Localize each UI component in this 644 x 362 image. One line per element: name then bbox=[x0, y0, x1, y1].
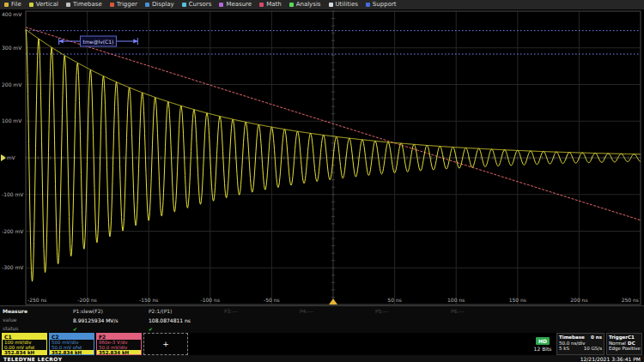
param-status-empty bbox=[300, 325, 313, 333]
waveform-grid: tme@lv(C1)400 mV300 mV200 mV100 mV0 mV-1… bbox=[0, 9, 644, 305]
acquisition-cluster: HD 12 Bits Timebase 0 ns 50.0 ns/div 5 k… bbox=[531, 333, 642, 355]
math-menu-icon bbox=[259, 3, 264, 7]
menu-item-math[interactable]: Math bbox=[259, 0, 282, 9]
menu-item-label: Support bbox=[373, 0, 397, 9]
y-axis-label: -200 mV bbox=[2, 228, 24, 234]
menu-item-measure[interactable]: Measure bbox=[219, 0, 252, 9]
y-axis-label: 0 mV bbox=[2, 154, 16, 160]
x-axis-label: -50 ns bbox=[264, 297, 280, 303]
plus-icon: + bbox=[162, 340, 169, 348]
cursors-menu-icon bbox=[182, 3, 186, 7]
menu-item-timebase[interactable]: Timebase bbox=[66, 0, 102, 9]
measure-row-labels: Measure value status bbox=[3, 307, 27, 333]
vertical-menu-icon bbox=[29, 3, 33, 7]
clock: 12/21/2021 3:36:41 PM bbox=[580, 356, 641, 362]
trigger-title: Trigger bbox=[609, 335, 628, 341]
analysis-menu-icon bbox=[289, 3, 294, 7]
param-p3-header[interactable]: P3:--- bbox=[224, 307, 238, 316]
measure-column-p6: P6:--- bbox=[451, 307, 465, 333]
param-p4-header[interactable]: P4:--- bbox=[300, 307, 313, 316]
trigger-type: Edge Positive bbox=[609, 346, 640, 351]
menu-item-label: Measure bbox=[226, 0, 252, 9]
param-status-empty bbox=[451, 325, 465, 333]
add-trace-box[interactable]: + bbox=[143, 333, 188, 355]
measure-column-p3: P3:--- bbox=[224, 307, 238, 333]
measure-column-p4: P4:--- bbox=[300, 307, 313, 333]
measure-value-row-label: value bbox=[3, 316, 27, 324]
trigger-box[interactable]: Trigger C1 DC Normal Edge Positive bbox=[606, 333, 642, 355]
param-p3-value bbox=[224, 316, 238, 325]
measure-column-p2: P2:1/(P1)108.0874811 ns✔ bbox=[149, 307, 191, 333]
menu-item-label: File bbox=[11, 0, 21, 9]
display-menu-icon bbox=[145, 3, 149, 7]
timebase-title: Timebase bbox=[559, 335, 585, 341]
param-p2-header[interactable]: P2:1/(P1) bbox=[149, 307, 191, 316]
menu-item-support[interactable]: Support bbox=[366, 0, 397, 9]
param-p6-header[interactable]: P6:--- bbox=[451, 307, 465, 316]
menu-item-display[interactable]: Display bbox=[145, 0, 174, 9]
menu-item-vertical[interactable]: Vertical bbox=[29, 0, 58, 9]
timebase-samples: 5 kS bbox=[559, 346, 569, 351]
trigger-source: C1 DC bbox=[628, 335, 640, 341]
y-axis-label: -300 mV bbox=[2, 264, 24, 270]
x-axis-label: 200 ns bbox=[570, 297, 587, 303]
menu-item-trigger[interactable]: Trigger bbox=[110, 0, 137, 9]
descriptor-c2-title: C2 bbox=[50, 334, 94, 340]
hd-bits-label: 12 Bits bbox=[534, 346, 552, 352]
support-menu-icon bbox=[366, 3, 370, 7]
timebase-rate: 10 GS/s bbox=[584, 346, 602, 351]
arrow-left-icon bbox=[59, 39, 64, 44]
param-p5-header[interactable]: P5:--- bbox=[375, 307, 389, 316]
y-axis-label: 400 mV bbox=[2, 11, 22, 17]
timebase-box[interactable]: Timebase 0 ns 50.0 ns/div 5 kS 10 GS/s bbox=[556, 333, 605, 355]
status-bar: TELEDYNE LECROY 12/21/2021 3:36:41 PM bbox=[0, 355, 644, 362]
y-axis-label: 200 mV bbox=[2, 81, 22, 87]
param-status-empty bbox=[375, 325, 389, 333]
trigger-menu-icon bbox=[110, 3, 114, 7]
measure-menu-icon bbox=[219, 3, 223, 7]
param-p1-value: 8.99125934 MV/s bbox=[73, 316, 118, 325]
oscilloscope-app: FileVerticalTimebaseTriggerDisplayCursor… bbox=[0, 0, 644, 362]
x-axis-label: -100 ns bbox=[201, 297, 220, 303]
y-axis-label: -100 mV bbox=[2, 191, 24, 197]
utilities-menu-icon bbox=[329, 3, 333, 7]
file-menu-icon bbox=[4, 3, 9, 7]
menu-item-analysis[interactable]: Analysis bbox=[289, 0, 321, 9]
menu-item-label: Math bbox=[266, 0, 282, 9]
x-axis-label: -200 ns bbox=[77, 297, 96, 303]
menu-item-utilities[interactable]: Utilities bbox=[329, 0, 358, 9]
menu-item-label: Display bbox=[152, 0, 174, 9]
menu-item-file[interactable]: File bbox=[4, 0, 21, 9]
menu-item-label: Cursors bbox=[189, 0, 212, 9]
trigger-position-marker[interactable] bbox=[329, 299, 337, 305]
x-axis-label: -250 ns bbox=[27, 297, 46, 303]
param-status-ok-icon: ✔ bbox=[149, 325, 191, 333]
x-axis-label: -150 ns bbox=[139, 297, 158, 303]
menu-bar: FileVerticalTimebaseTriggerDisplayCursor… bbox=[0, 0, 644, 9]
menu-item-cursors[interactable]: Cursors bbox=[182, 0, 212, 9]
measure-panel: Measure value status P1:slew(F2)8.991259… bbox=[0, 305, 644, 333]
param-p5-value bbox=[375, 316, 389, 325]
hd-badge: HD bbox=[536, 337, 550, 345]
measure-status-row-label: status bbox=[3, 324, 27, 333]
descriptor-f2-title: F2 bbox=[97, 334, 141, 340]
measure-column-p1: P1:slew(F2)8.99125934 MV/s✔ bbox=[73, 307, 118, 333]
menu-item-label: Vertical bbox=[36, 0, 58, 9]
x-axis-label: 100 ns bbox=[447, 297, 465, 303]
timebase-delay: 0 ns bbox=[591, 335, 602, 341]
x-axis-label: 250 ns bbox=[622, 297, 639, 303]
descriptor-f2[interactable]: F2860e-3 V/dv50.0 mV/div352.834 kH bbox=[96, 333, 142, 355]
descriptor-c1[interactable]: C1100 mV/div0.00 mV ofst352.834 kH bbox=[2, 333, 47, 355]
menu-item-label: Timebase bbox=[73, 0, 102, 9]
menu-item-label: Analysis bbox=[296, 0, 321, 9]
arrow-right-icon bbox=[133, 39, 137, 44]
param-status-ok-icon: ✔ bbox=[73, 325, 118, 333]
descriptor-c2[interactable]: C2500 mV/div50.0 mV ofst352.834 kH bbox=[49, 333, 94, 355]
param-p4-value bbox=[300, 316, 313, 325]
param-status-empty bbox=[224, 325, 238, 333]
menu-item-label: Trigger bbox=[117, 0, 137, 9]
measure-title: Measure bbox=[3, 307, 27, 316]
annotation-label: tme@lv(C1) bbox=[83, 39, 114, 45]
hd-resolution: HD 12 Bits bbox=[531, 333, 555, 355]
param-p1-header[interactable]: P1:slew(F2) bbox=[73, 307, 118, 316]
